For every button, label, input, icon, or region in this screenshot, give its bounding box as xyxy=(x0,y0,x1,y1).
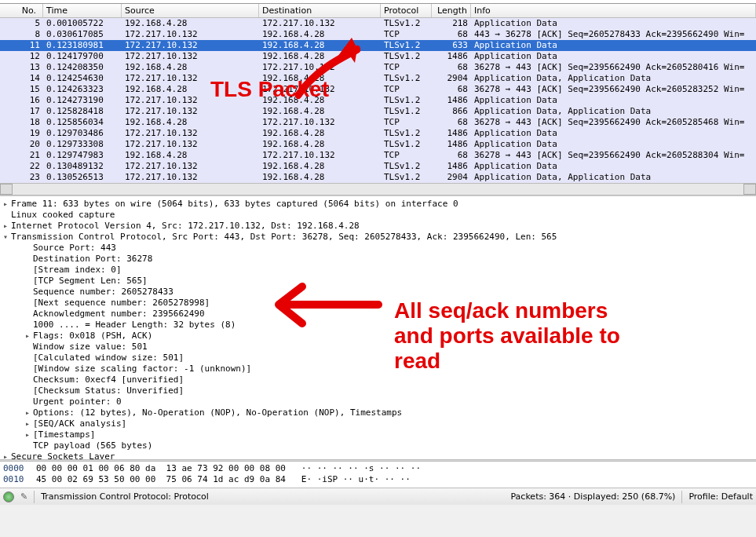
detail-ipv4: Internet Protocol Version 4, Src: 172.21… xyxy=(11,221,360,231)
tree-expander-icon[interactable] xyxy=(0,199,11,210)
tree-expander-icon[interactable] xyxy=(22,407,33,418)
detail-options: Options: (12 bytes), No-Operation (NOP),… xyxy=(33,407,402,418)
packet-row[interactable]: 180.125856034192.168.4.28172.217.10.132T… xyxy=(0,117,756,128)
tree-expander-icon[interactable] xyxy=(22,331,33,342)
column-header-protocol[interactable]: Protocol xyxy=(381,4,432,17)
status-packets: Packets: 364 · Displayed: 250 (68.7%) xyxy=(510,491,675,502)
detail-line: [Next sequence number: 2605278998] xyxy=(0,298,756,309)
detail-line: [Checksum Status: Unverified] xyxy=(0,385,756,396)
packet-row[interactable]: 130.124208350192.168.4.28172.217.10.132T… xyxy=(0,62,756,73)
packet-row[interactable]: 220.130489132172.217.10.132192.168.4.28T… xyxy=(0,161,756,172)
detail-line: Checksum: 0xecf4 [unverified] xyxy=(0,374,756,385)
column-header-no[interactable]: No. xyxy=(0,4,43,17)
detail-tcp-payload: TCP payload (565 bytes) xyxy=(33,440,152,451)
detail-line: [TCP Segment Len: 565] xyxy=(0,276,756,287)
detail-line: Urgent pointer: 0 xyxy=(0,396,756,407)
column-header-length[interactable]: Length xyxy=(432,4,471,17)
hex-row: 000000 00 00 01 00 06 80 da 13 ae 73 92 … xyxy=(0,463,756,474)
detail-line: Source Port: 443 xyxy=(0,243,756,254)
column-header-destination[interactable]: Destination xyxy=(259,4,381,17)
column-header-info[interactable]: Info xyxy=(471,4,756,17)
packet-row[interactable]: 170.125828418172.217.10.132192.168.4.28T… xyxy=(0,106,756,117)
status-profile[interactable]: Profile: Default xyxy=(688,491,753,502)
detail-seqack: [SEQ/ACK analysis] xyxy=(33,418,126,429)
packet-row[interactable]: 200.129733308172.217.10.132192.168.4.28T… xyxy=(0,139,756,150)
detail-timestamps: [Timestamps] xyxy=(33,429,95,440)
packet-row[interactable]: 120.124179700172.217.10.132192.168.4.28T… xyxy=(0,51,756,62)
packet-list-header[interactable]: No. Time Source Destination Protocol Len… xyxy=(0,4,756,18)
tree-expander-icon[interactable] xyxy=(22,429,33,440)
packet-row[interactable]: 210.129747983192.168.4.28172.217.10.132T… xyxy=(0,150,756,161)
packet-row[interactable]: 160.124273190172.217.10.132192.168.4.28T… xyxy=(0,95,756,106)
hex-dump[interactable]: 000000 00 00 01 00 06 80 da 13 ae 73 92 … xyxy=(0,462,756,488)
tree-expander-icon[interactable] xyxy=(0,221,11,232)
packet-row[interactable]: 190.129703486172.217.10.132192.168.4.28T… xyxy=(0,128,756,139)
detail-tcp: Transmission Control Protocol, Src Port:… xyxy=(11,232,557,242)
column-header-time[interactable]: Time xyxy=(43,4,122,17)
detail-linux-cooked: Linux cooked capture xyxy=(11,210,115,220)
detail-line: Sequence number: 2605278433 xyxy=(0,287,756,298)
packet-row[interactable]: 80.030617085172.217.10.132192.168.4.28TC… xyxy=(0,29,756,40)
detail-line: [Window size scaling factor: -1 (unknown… xyxy=(0,363,756,374)
detail-frame: Frame 11: 633 bytes on wire (5064 bits),… xyxy=(11,199,458,209)
packet-row[interactable]: 230.130526513172.217.10.132192.168.4.28T… xyxy=(0,172,756,183)
detail-line: Destination Port: 36278 xyxy=(0,254,756,265)
edit-icon[interactable]: ✎ xyxy=(20,491,27,502)
status-field: Transmission Control Protocol: Protocol xyxy=(41,491,209,502)
column-header-source[interactable]: Source xyxy=(122,4,259,17)
packet-row[interactable]: 50.001005722192.168.4.28172.217.10.132TL… xyxy=(0,18,756,29)
detail-ssl: Secure Sockets Layer xyxy=(11,451,115,459)
packet-row[interactable]: 140.124254630172.217.10.132192.168.4.28T… xyxy=(0,73,756,84)
packet-details[interactable]: Frame 11: 633 bytes on wire (5064 bits),… xyxy=(0,195,756,459)
scroll-right-icon[interactable] xyxy=(743,184,756,195)
hex-row: 001045 00 02 69 53 50 00 00 75 06 74 1d … xyxy=(0,474,756,485)
tree-expander-icon[interactable] xyxy=(0,232,11,243)
detail-line: 1000 .... = Header Length: 32 bytes (8) xyxy=(0,320,756,331)
detail-line: [Stream index: 0] xyxy=(0,265,756,276)
packet-list-hscrollbar[interactable] xyxy=(0,183,756,195)
expert-info-icon[interactable] xyxy=(3,491,14,502)
detail-line: Window size value: 501 xyxy=(0,342,756,353)
status-bar: ✎ Transmission Control Protocol: Protoco… xyxy=(0,488,756,505)
detail-line: Acknowledgment number: 2395662490 xyxy=(0,309,756,320)
detail-line: [Calculated window size: 501] xyxy=(0,353,756,363)
tree-expander-icon[interactable] xyxy=(0,451,11,459)
tree-expander-icon[interactable] xyxy=(22,418,33,429)
packet-list[interactable]: No. Time Source Destination Protocol Len… xyxy=(0,4,756,195)
detail-flags: Flags: 0x018 (PSH, ACK) xyxy=(33,331,152,341)
scroll-left-icon[interactable] xyxy=(0,184,13,195)
packet-row[interactable]: 110.123180981172.217.10.132192.168.4.28T… xyxy=(0,40,756,51)
packet-row[interactable]: 150.124263323192.168.4.28172.217.10.132T… xyxy=(0,84,756,95)
